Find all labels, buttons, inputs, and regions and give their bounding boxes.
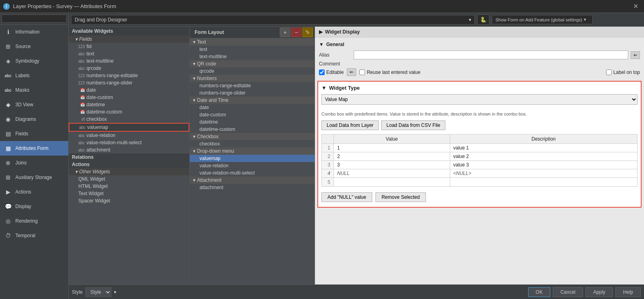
sidebar-item-attributes-form[interactable]: ▦ Attributes Form <box>0 141 68 156</box>
row-value-1[interactable]: 1 <box>334 144 450 152</box>
alias-copy-button[interactable]: ⇐ <box>631 51 640 59</box>
other-widgets-group[interactable]: ▾ Other Widgets <box>69 168 189 175</box>
row-value-3[interactable]: 3 <box>334 161 450 169</box>
designer-dropdown[interactable]: Drag and Drop Designer ▾ <box>71 15 475 25</box>
table-row[interactable]: 3 3 value 3 <box>322 161 638 169</box>
fl-item-checkbox[interactable]: checkbox <box>190 140 315 147</box>
alias-input[interactable] <box>354 51 628 59</box>
field-valuemap[interactable]: abc valuemap <box>69 123 189 132</box>
fl-group-qrcode-header[interactable]: ▾ QR code <box>190 60 315 67</box>
table-row-5[interactable]: 5 <box>322 178 638 187</box>
field-fid[interactable]: 123 fid <box>69 43 189 50</box>
sidebar-item-fields[interactable]: ▤ Fields <box>0 126 68 141</box>
sidebar-item-symbology[interactable]: ◈ Symbology <box>0 54 68 68</box>
fl-group-text-header[interactable]: ▾ Text <box>190 38 315 46</box>
sidebar-search-input[interactable] <box>2 15 67 23</box>
fl-item-date-custom[interactable]: date-custom <box>190 111 315 118</box>
actions-group[interactable]: Actions <box>69 161 189 168</box>
sidebar-item-masks[interactable]: abc Masks <box>0 83 68 97</box>
ok-button[interactable]: OK <box>528 287 550 297</box>
python-button[interactable]: 🐍 <box>477 15 489 25</box>
fields-group[interactable]: ▾ Fields <box>69 36 189 43</box>
other-spacer-widget[interactable]: Spacer Widget <box>69 197 189 204</box>
sidebar-item-rendering[interactable]: ◎ Rendering <box>0 214 68 228</box>
fl-item-qrcode[interactable]: qrcode <box>190 67 315 75</box>
row-desc-5[interactable] <box>450 178 637 187</box>
table-row[interactable]: 2 2 value 2 <box>322 152 638 161</box>
field-attachment[interactable]: abc attachment <box>69 146 189 154</box>
editable-copy-button[interactable]: ⇐ <box>347 68 356 76</box>
sidebar-item-auxiliary-storage[interactable]: ⊞ Auxiliary Storage <box>0 170 68 185</box>
sidebar-item-display[interactable]: 💬 Display <box>0 199 68 214</box>
field-text-multiline[interactable]: abc text-multiline <box>69 57 189 65</box>
add-null-value-button[interactable]: Add "NULL" value <box>321 192 372 202</box>
remove-selected-button[interactable]: Remove Selected <box>375 192 426 202</box>
fl-item-valuemap[interactable]: valuemap <box>190 155 315 162</box>
fl-item-value-relation-multi-select[interactable]: value-relation-multi-select <box>190 169 315 177</box>
editable-checkbox[interactable] <box>319 69 325 75</box>
row-desc-1[interactable]: value 1 <box>450 144 637 152</box>
cancel-button[interactable]: Cancel <box>553 287 583 297</box>
row-desc-2[interactable]: value 2 <box>450 152 637 161</box>
sidebar-item-joins[interactable]: ⊕ Joins <box>0 156 68 170</box>
help-button[interactable]: Help <box>615 287 641 297</box>
row-desc-3[interactable]: value 3 <box>450 161 637 169</box>
fl-item-numbers-range-editable[interactable]: numbers-range-editable <box>190 82 315 89</box>
fl-item-attachment[interactable]: attachment <box>190 184 315 191</box>
row-value-5[interactable] <box>334 178 450 187</box>
apply-button[interactable]: Apply <box>585 287 613 297</box>
fl-group-numbers-header[interactable]: ▾ Numbers <box>190 75 315 82</box>
field-numbers-range-slider[interactable]: 123 numbers-range-slider <box>69 79 189 86</box>
field-text[interactable]: abc text <box>69 50 189 57</box>
style-dropdown[interactable]: Style <box>85 287 111 297</box>
field-date[interactable]: 📅 date <box>69 86 189 94</box>
row-desc-null[interactable]: <NULL> <box>450 169 637 178</box>
row-value-null[interactable]: NULL <box>334 169 450 178</box>
field-checkbox[interactable]: t/f checkbox <box>69 116 189 123</box>
sidebar-item-information[interactable]: ℹ Information <box>0 25 68 39</box>
other-text-widget[interactable]: Text Widget <box>69 190 189 197</box>
load-data-from-csv-button[interactable]: Load Data from CSV File <box>381 120 445 130</box>
field-date-custom[interactable]: 📅 date-custom <box>69 94 189 101</box>
sidebar-item-actions[interactable]: ▶ Actions <box>0 185 68 199</box>
label-on-top-checkbox[interactable] <box>606 69 612 75</box>
load-data-from-layer-button[interactable]: Load Data from Layer <box>321 120 379 130</box>
general-header[interactable]: ▼ General <box>319 40 640 49</box>
fl-item-value-relation[interactable]: value-relation <box>190 162 315 169</box>
reuse-last-checkbox[interactable] <box>359 69 365 75</box>
table-row[interactable]: 1 1 value 1 <box>322 144 638 152</box>
field-datetime-custom[interactable]: 📅 datetime-custom <box>69 108 189 116</box>
fl-item-text-multiline[interactable]: text-multiline <box>190 53 315 60</box>
field-value-relation[interactable]: abc value-relation <box>69 132 189 139</box>
close-button[interactable]: ✕ <box>631 2 641 11</box>
fl-group-dropdown-header[interactable]: ▾ Drop-down menu <box>190 147 315 155</box>
fl-group-checkbox-header[interactable]: ▾ Checkbox <box>190 133 315 140</box>
field-datetime[interactable]: 📅 datetime <box>69 101 189 108</box>
fl-item-datetime[interactable]: datetime <box>190 118 315 126</box>
other-qml-widget[interactable]: QML Widget <box>69 175 189 183</box>
sidebar-item-3d-view[interactable]: ◆ 3D View <box>0 97 68 112</box>
fl-item-text[interactable]: text <box>190 46 315 53</box>
field-qrcode[interactable]: abc qrcode <box>69 65 189 72</box>
field-numbers-range-editable[interactable]: 123 numbers-range-editable <box>69 72 189 79</box>
widget-type-select[interactable]: Value Map Text Edit Checkbox Date/Time A… <box>321 94 638 105</box>
fl-group-date-time-header[interactable]: ▾ Date and Time <box>190 97 315 104</box>
fl-group-attachment-header[interactable]: ▾ Attachment <box>190 177 315 184</box>
sidebar-item-labels[interactable]: abc Labels <box>0 68 68 83</box>
field-value-relation-multi-select[interactable]: abc value-relation-multi-select <box>69 139 189 146</box>
show-form-dropdown[interactable]: Show Form on Add Feature (global setting… <box>492 15 593 24</box>
relations-group[interactable]: Relations <box>69 154 189 161</box>
sidebar-item-diagrams[interactable]: ◉ Diagrams <box>0 112 68 126</box>
row-value-2[interactable]: 2 <box>334 152 450 161</box>
fl-item-date[interactable]: date <box>190 104 315 111</box>
fl-item-datetime-custom[interactable]: datetime-custom <box>190 126 315 133</box>
add-group-button[interactable]: + <box>280 27 290 37</box>
sidebar-item-source[interactable]: ⊞ Source <box>0 39 68 54</box>
widget-type-title[interactable]: ▼ Widget Type <box>321 85 638 91</box>
table-row-null[interactable]: 4 NULL <NULL> <box>322 169 638 178</box>
other-html-widget[interactable]: HTML Widget <box>69 183 189 190</box>
fl-item-numbers-range-slider[interactable]: numbers-range-slider <box>190 89 315 97</box>
edit-item-button[interactable]: ✎ <box>302 27 313 37</box>
sidebar-item-temporal[interactable]: ⏱ Temporal <box>0 228 68 243</box>
widget-display-section[interactable]: ▶ Widget Display <box>315 27 644 38</box>
